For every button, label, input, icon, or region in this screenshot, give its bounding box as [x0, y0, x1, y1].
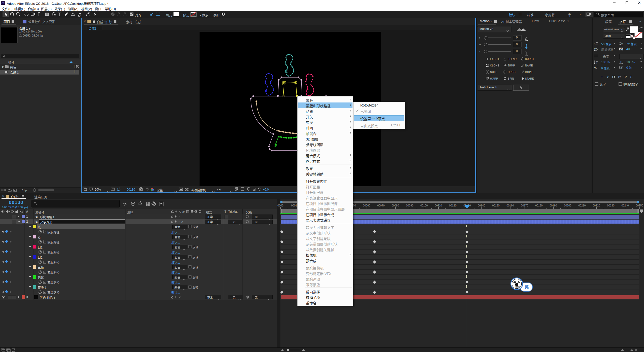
svg-text:あ: あ [620, 66, 622, 69]
svg-text:VA: VA [620, 48, 623, 50]
svg-text:T: T [620, 60, 622, 64]
svg-text:a: a [596, 67, 597, 69]
svg-text:A: A [621, 44, 623, 46]
svg-text:T: T [596, 42, 598, 46]
svg-text:A: A [594, 66, 596, 69]
svg-text:T: T [596, 61, 598, 64]
svg-text:fx: fx [182, 210, 185, 213]
svg-text:fx: fx [181, 220, 184, 223]
svg-text:行鹿君: 行鹿君 [514, 286, 520, 288]
